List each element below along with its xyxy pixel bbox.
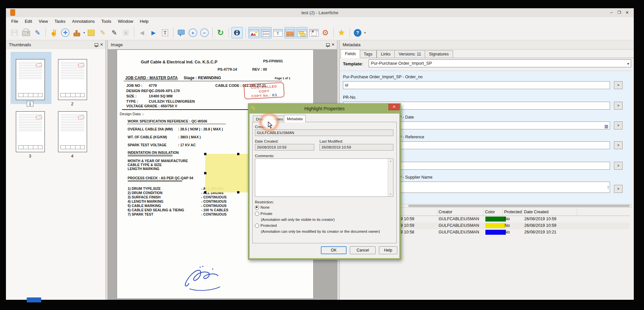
chevron-down-icon[interactable]: ▾ [627,60,629,67]
doc-mfg: MONTH & YEAR OF MANUFACTURE [128,159,188,163]
help-button[interactable]: Help [379,246,397,254]
cell-date-created: 26/08/2019 10:59 [524,217,556,221]
thumbnail-page-3[interactable] [16,111,45,152]
radio-private-label[interactable]: Private [261,212,272,216]
textarea-scrollbar[interactable]: ▴ ▾ [388,159,393,196]
selection-handle[interactable] [237,153,239,155]
favorites-star-icon[interactable]: ★ [336,27,347,38]
column-header-protected[interactable]: Protected [503,209,523,216]
menu-annotations[interactable]: Annotations [69,18,98,25]
selection-handle[interactable] [204,172,206,174]
pan-hand-icon[interactable]: ✌ [48,27,59,38]
cancel-button[interactable]: Cancel [350,246,376,254]
dialog-body: Draw Properties Metadata Creator: GULFCA… [250,114,399,258]
close-button[interactable]: ✕ [623,9,631,16]
options-gear-icon[interactable]: ⚙ [320,27,331,38]
cell-protected: No [505,217,510,221]
scroll-down-icon[interactable]: ▾ [388,193,393,195]
tab-fields[interactable]: Fields [341,49,360,58]
radio-none[interactable] [255,205,259,210]
menu-edit[interactable]: Edit [21,18,35,25]
radio-protected[interactable] [255,224,259,228]
panel-splitter[interactable] [106,40,108,300]
zoom-in-icon[interactable]: + [188,27,198,38]
pin-icon[interactable] [95,43,98,47]
selection-handle[interactable] [237,191,239,193]
tab-links[interactable]: Links [377,50,395,58]
radio-private[interactable] [255,212,259,216]
help-dropdown-caret[interactable]: ▾ [364,31,366,34]
template-select[interactable]: Pur-Purchase Order_Import_SP ▾ [369,59,631,67]
screen-frame: test (2) - Laserfiche – ❐ ✕ File Edit Vi… [0,0,644,310]
color-swatch [485,230,506,235]
tab-tags[interactable]: Tags [359,50,377,58]
image-pane-toggle-icon[interactable] [248,27,260,38]
highlighter-icon[interactable]: ✎ [98,27,108,38]
menu-file[interactable]: File [8,18,21,25]
pin-icon[interactable] [326,43,330,47]
menu-tools[interactable]: Tools [98,18,114,25]
close-panel-icon[interactable]: ✕ [331,42,335,47]
menu-view[interactable]: View [35,18,51,25]
previous-page-icon[interactable]: ◀ [137,27,147,38]
scroll-up-icon[interactable]: ▴ [388,160,393,162]
thumbnail-page-2[interactable] [58,59,87,100]
menu-tasks[interactable]: Tasks [51,18,69,25]
refresh-icon[interactable]: ↻ [215,27,226,38]
text-pane-toggle-icon[interactable]: T [273,27,283,38]
redaction-icon[interactable]: a [121,27,131,38]
calendar-icon[interactable]: ▦ [604,123,608,130]
ok-button[interactable]: OK [321,246,347,254]
draw-tool-icon[interactable]: ✎ [32,27,43,38]
minimize-button[interactable]: – [607,9,615,16]
field-more-button[interactable]: > [614,102,623,110]
tab-metadata[interactable]: Metadata [284,115,306,122]
field-input-order-no[interactable]: ol [343,81,610,89]
doc-cable-type: CABLE TYPE & SIZE [128,163,162,167]
scroll-down-icon[interactable]: ▾ [607,185,609,192]
print-icon[interactable] [21,27,31,38]
zoom-out-icon[interactable]: − [199,27,210,38]
tab-versions[interactable]: Versions: 11 [394,50,425,58]
zoom-tool-icon[interactable]: ✛ [60,27,71,38]
pen-icon[interactable]: ✎ [109,27,120,38]
field-more-button[interactable]: > [614,121,623,129]
text-tool-icon[interactable]: T [160,27,170,38]
preview-pane-toggle-icon[interactable] [309,27,319,38]
field-more-button[interactable]: > [614,81,623,89]
sticky-note-icon[interactable] [86,27,97,38]
dialog-close-button[interactable]: ✕ [388,104,400,110]
menu-window[interactable]: Window [115,18,137,25]
tab-signatures[interactable]: Signatures [425,50,453,58]
column-header-creator[interactable]: Creator [437,209,484,216]
stamp-icon[interactable] [72,27,82,38]
fields-pane-toggle-icon[interactable]: II [261,27,272,38]
selection-handle[interactable] [204,191,206,193]
thumbnail-page-1[interactable] [16,59,45,100]
annotations-pane-toggle-icon[interactable] [296,27,308,38]
doc-rule [127,124,226,124]
column-header-date-created[interactable]: Date Created [523,209,577,216]
radio-none-label[interactable]: None [261,205,270,209]
comments-textarea[interactable]: ▴ ▾ [255,158,393,197]
column-header-color[interactable]: Color [484,209,503,216]
save-icon[interactable] [9,27,20,38]
restore-button[interactable]: ❐ [615,9,623,16]
fit-width-icon[interactable]: Θ [231,27,243,38]
radio-protected-label[interactable]: Protected [261,224,277,227]
cell-protected: No [505,223,510,228]
stamp-dropdown-caret[interactable]: ▾ [83,31,85,34]
scrollbar-thumb[interactable] [408,205,630,207]
selection-handle[interactable] [204,153,206,155]
thumbnails-pane-toggle-icon[interactable] [284,27,295,38]
doc-stage: Stage : REWINDING [184,76,221,80]
close-panel-icon[interactable]: ✕ [100,42,103,47]
field-more-button[interactable]: > [614,141,623,149]
help-icon[interactable]: ? [353,27,363,38]
menu-help[interactable]: Help [137,18,152,25]
thumbnail-page-4[interactable] [58,111,87,152]
next-page-icon[interactable]: ▶ [148,27,159,38]
field-more-button[interactable]: > [614,185,623,193]
field-more-button[interactable]: > [614,162,623,170]
callout-icon[interactable] [176,27,187,38]
